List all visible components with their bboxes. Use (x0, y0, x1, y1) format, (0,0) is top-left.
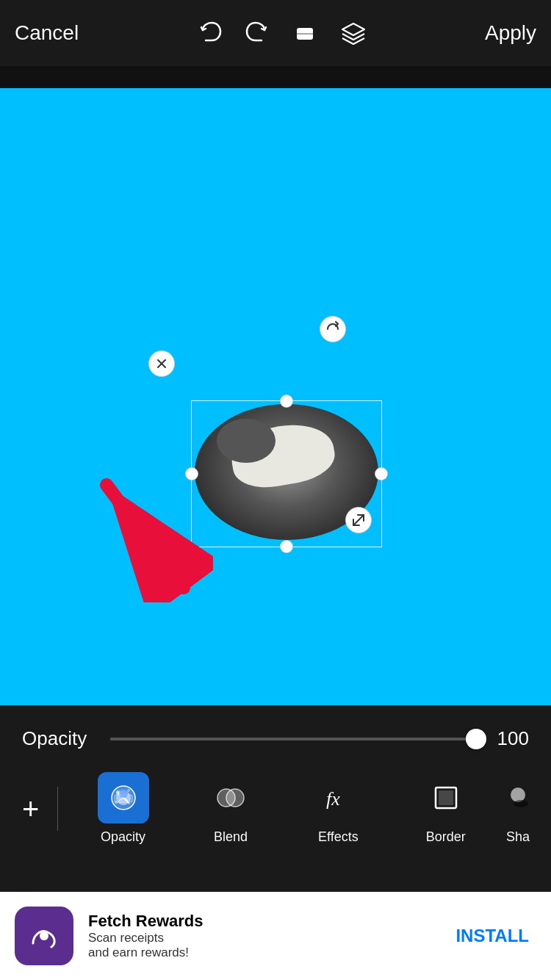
border-tool-icon (430, 782, 462, 814)
opacity-fill (110, 738, 478, 741)
effects-tool-icon: fx (322, 782, 354, 814)
apply-button[interactable]: Apply (485, 21, 536, 45)
opacity-thumb[interactable] (466, 729, 486, 749)
svg-marker-2 (342, 24, 364, 35)
x-icon (156, 358, 168, 370)
opacity-label: Opacity (22, 727, 96, 750)
blend-tool-label: Blend (214, 829, 248, 845)
handle-right-center[interactable] (375, 467, 388, 480)
delete-handle[interactable] (148, 350, 175, 377)
scale-icon (350, 512, 367, 528)
ad-install-button[interactable]: INSTALL (448, 926, 536, 946)
redo-button[interactable] (244, 20, 270, 46)
layers-button[interactable] (339, 19, 367, 47)
svg-text:fx: fx (326, 788, 340, 810)
sticker-container[interactable] (154, 356, 375, 518)
border-tool-label: Border (426, 829, 466, 845)
opacity-value: 100 (492, 727, 529, 750)
ad-text-block: Fetch Rewards Scan receipts and earn rew… (88, 912, 433, 960)
svg-point-14 (119, 789, 128, 798)
opacity-tool-icon (107, 782, 140, 814)
effects-tool-label: Effects (318, 829, 359, 845)
shadow-icon-box (500, 772, 536, 824)
ad-banner[interactable]: Fetch Rewards Scan receipts and earn rew… (0, 892, 551, 980)
svg-rect-19 (439, 790, 453, 805)
eraser-button[interactable] (291, 19, 319, 47)
undo-button[interactable] (197, 20, 223, 46)
scale-handle[interactable] (345, 507, 372, 533)
handle-bottom-center[interactable] (280, 540, 293, 553)
border-icon-box (420, 772, 472, 824)
svg-point-21 (514, 800, 528, 807)
svg-point-20 (511, 788, 525, 802)
ad-app-icon (15, 907, 73, 965)
ad-title: Fetch Rewards (88, 912, 433, 931)
add-button[interactable]: + (15, 794, 46, 824)
fetch-rewards-logo (26, 918, 62, 954)
tool-effects[interactable]: fx Effects (284, 765, 392, 852)
svg-point-11 (127, 789, 130, 792)
handle-left-center[interactable] (185, 467, 198, 480)
handle-top-center[interactable] (280, 394, 293, 408)
shadow-tool-icon (502, 782, 534, 814)
opacity-slider[interactable] (110, 738, 478, 741)
divider (57, 787, 58, 831)
svg-point-22 (40, 932, 48, 940)
tool-blend[interactable]: Blend (177, 765, 284, 852)
shadow-tool-label: Sha (506, 829, 530, 845)
svg-line-5 (353, 515, 364, 525)
bottom-area: Opacity 100 + (0, 705, 551, 918)
opacity-row: Opacity 100 (0, 705, 551, 765)
tool-border[interactable]: Border (392, 765, 500, 852)
blend-tool-icon (215, 782, 247, 814)
rotate-icon (325, 321, 341, 337)
svg-point-16 (226, 789, 244, 807)
top-toolbar: Cancel (0, 0, 551, 66)
opacity-tool-label: Opacity (101, 829, 145, 845)
ad-sub1: Scan receipts (88, 931, 433, 945)
opacity-icon-box (98, 772, 149, 824)
effects-icon-box: fx (312, 772, 364, 824)
rotate-handle[interactable] (320, 316, 346, 342)
ad-sub2: and earn rewards! (88, 945, 433, 960)
tool-shadow[interactable]: Sha (500, 765, 536, 852)
tool-row: + Opacity (0, 765, 551, 852)
cancel-button[interactable]: Cancel (15, 21, 79, 45)
blend-icon-box (205, 772, 256, 824)
canvas-area (0, 66, 551, 705)
tool-opacity[interactable]: Opacity (69, 765, 176, 852)
